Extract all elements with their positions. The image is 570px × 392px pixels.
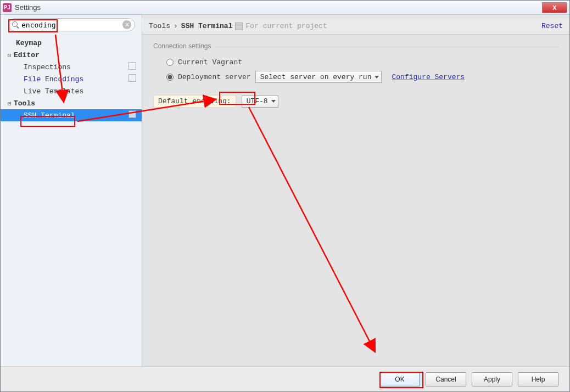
chevron-down-icon <box>271 100 276 103</box>
titlebar: PJ Settings X <box>1 1 569 15</box>
chevron-down-icon <box>375 76 379 79</box>
reset-link[interactable]: Reset <box>541 22 563 30</box>
default-encoding-label: Default encoding: <box>153 95 236 108</box>
tree-item-editor[interactable]: ⊟ Editor <box>1 49 142 61</box>
radio-label: Current Vagrant <box>178 58 242 66</box>
radio-deployment-server[interactable]: Deployment server Select server on every… <box>153 69 558 85</box>
connection-settings-group: Connection settings Current Vagrant Depl… <box>153 47 558 85</box>
scope-icon <box>130 63 136 70</box>
scope-icon <box>130 111 136 118</box>
tree-item-inspections[interactable]: Inspections <box>1 61 142 73</box>
default-encoding-row: Default encoding: UTF-8 <box>153 95 558 108</box>
clear-search-icon[interactable]: ✕ <box>122 20 131 29</box>
cancel-button[interactable]: Cancel <box>426 372 466 387</box>
radio-input-deploy[interactable] <box>166 74 174 81</box>
settings-window: PJ Settings X ✕ Keymap ⊟ Editor <box>0 0 570 392</box>
app-icon: PJ <box>3 3 12 12</box>
scope-icon <box>130 75 136 82</box>
tree-item-live-templates[interactable]: Live Templates <box>1 85 142 97</box>
breadcrumb-ssh-terminal: SSH Terminal <box>181 22 233 30</box>
tree-item-tools[interactable]: ⊟ Tools <box>1 97 142 109</box>
window-controls: X <box>543 2 567 13</box>
configure-servers-link[interactable]: Configure Servers <box>392 73 465 81</box>
body: ✕ Keymap ⊟ Editor Inspections File Encod… <box>1 15 569 366</box>
collapse-icon[interactable]: ⊟ <box>6 100 13 107</box>
chevron-right-icon: › <box>174 22 178 30</box>
collapse-icon[interactable]: ⊟ <box>6 52 13 59</box>
dialog-footer: OK Cancel Apply Help <box>1 366 569 391</box>
breadcrumb-tools[interactable]: Tools <box>149 22 170 30</box>
search-icon <box>12 21 19 29</box>
ok-button[interactable]: OK <box>379 372 420 387</box>
settings-tree: Keymap ⊟ Editor Inspections File Encodin… <box>1 35 142 121</box>
select-value: UTF-8 <box>247 97 268 105</box>
tree-item-keymap[interactable]: Keymap <box>1 37 142 49</box>
radio-input-vagrant[interactable] <box>166 59 174 66</box>
tree-item-ssh-terminal[interactable]: SSH Terminal <box>1 109 142 121</box>
deployment-server-select[interactable]: Select server on every run <box>255 71 382 83</box>
select-value: Select server on every run <box>260 73 372 81</box>
apply-button[interactable]: Apply <box>472 372 512 387</box>
project-scope-icon <box>235 23 243 30</box>
help-button[interactable]: Help <box>518 372 558 387</box>
settings-search[interactable]: ✕ <box>8 18 135 31</box>
breadcrumb: Tools › SSH Terminal For current project… <box>142 18 569 35</box>
close-button[interactable]: X <box>542 2 567 13</box>
radio-current-vagrant[interactable]: Current Vagrant <box>153 56 558 69</box>
project-scope-note: For current project <box>245 22 327 30</box>
tree-item-file-encodings[interactable]: File Encodings <box>1 73 142 85</box>
radio-label: Deployment server <box>178 73 251 81</box>
search-input[interactable] <box>19 21 122 29</box>
default-encoding-select[interactable]: UTF-8 <box>242 96 278 108</box>
group-label: Connection settings <box>153 42 215 50</box>
content: Connection settings Current Vagrant Depl… <box>142 35 569 366</box>
main-panel: Tools › SSH Terminal For current project… <box>142 15 569 366</box>
sidebar: ✕ Keymap ⊟ Editor Inspections File Encod… <box>1 15 142 366</box>
window-title: Settings <box>15 3 41 12</box>
